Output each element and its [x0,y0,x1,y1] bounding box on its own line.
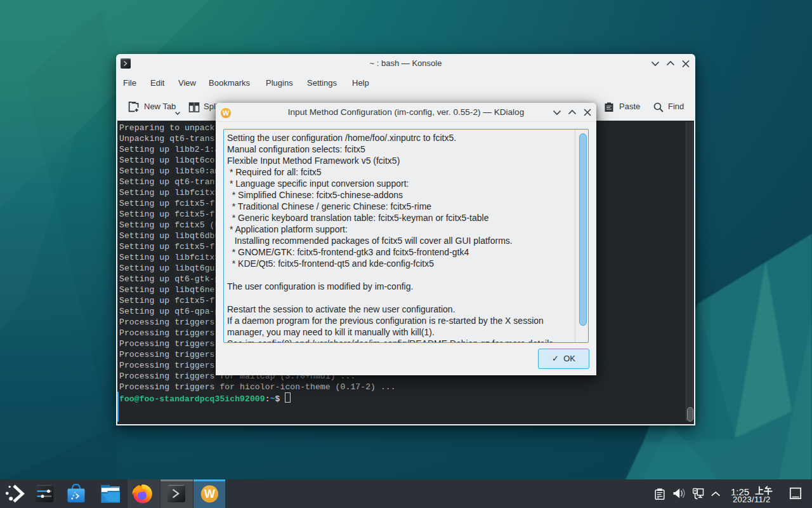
svg-text:W: W [204,488,215,500]
